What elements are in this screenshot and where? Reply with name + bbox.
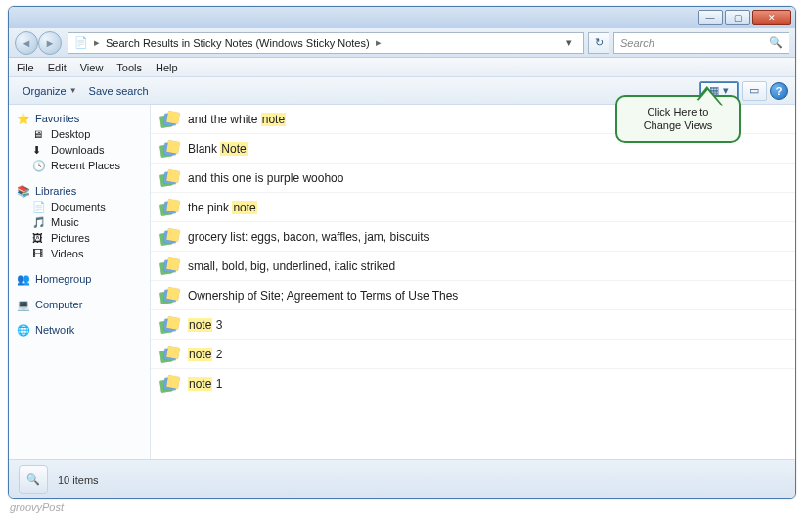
search-input[interactable]: Search 🔍: [613, 32, 789, 54]
search-highlight: Note: [220, 142, 247, 156]
sticky-note-icon: [160, 229, 178, 245]
videos-icon: 🎞: [32, 248, 46, 259]
menu-edit[interactable]: Edit: [48, 62, 67, 73]
breadcrumb[interactable]: Search Results in Sticky Notes (Windows …: [106, 37, 370, 49]
search-icon: 🔍: [769, 36, 783, 49]
organize-button[interactable]: Organize▼: [17, 82, 83, 100]
close-button[interactable]: ✕: [752, 10, 791, 25]
search-highlight: note: [232, 201, 256, 214]
chevron-down-icon: ▼: [69, 86, 77, 95]
network-label: Network: [35, 324, 74, 336]
organize-label: Organize: [23, 85, 67, 97]
menu-file[interactable]: File: [17, 62, 34, 73]
list-item[interactable]: grocery list: eggs, bacon, waffles, jam,…: [151, 222, 795, 252]
search-highlight: note: [188, 318, 212, 332]
sidebar-item-downloads[interactable]: ⬇Downloads: [13, 142, 146, 158]
recent-icon: 🕓: [32, 160, 46, 171]
list-item[interactable]: note 2: [151, 340, 795, 369]
search-scope-icon: 📄: [74, 36, 88, 49]
item-count: 10 items: [58, 474, 99, 486]
result-title: Ownership of Site; Agreement to Terms of…: [188, 289, 458, 303]
status-bar: 🔍 10 items: [9, 459, 795, 498]
result-title: note 3: [188, 318, 222, 332]
result-title: Blank Note: [188, 142, 248, 156]
search-highlight: note: [261, 113, 286, 126]
sidebar-item-desktop[interactable]: 🖥Desktop: [13, 126, 146, 142]
menu-view[interactable]: View: [80, 62, 104, 73]
star-icon: ⭐: [17, 113, 30, 124]
minimize-button[interactable]: —: [698, 10, 723, 25]
sidebar-item-label: Downloads: [51, 144, 104, 156]
sidebar-item-label: Documents: [51, 201, 106, 212]
sidebar-item-label: Videos: [51, 248, 83, 259]
list-item[interactable]: note 3: [151, 310, 795, 340]
result-title: note 2: [188, 348, 222, 361]
maximize-button[interactable]: ▢: [725, 10, 750, 25]
results-list: and the white noteBlank Noteand this one…: [151, 105, 795, 459]
list-item[interactable]: note 1: [151, 369, 795, 398]
search-results-icon: 🔍: [19, 465, 48, 494]
breadcrumb-separator: ▸: [94, 36, 100, 49]
sidebar-item-documents[interactable]: 📄Documents: [13, 199, 146, 214]
sidebar-homegroup[interactable]: 👥Homegroup: [13, 271, 146, 287]
navigation-pane: ⭐Favorites 🖥Desktop ⬇Downloads 🕓Recent P…: [9, 105, 151, 459]
libraries-label: Libraries: [35, 185, 76, 197]
sidebar-item-label: Recent Places: [51, 160, 120, 171]
list-item[interactable]: small, bold, big, underlined, italic str…: [151, 252, 795, 281]
desktop-icon: 🖥: [32, 128, 46, 140]
back-button[interactable]: ◄: [15, 31, 38, 55]
list-item[interactable]: Ownership of Site; Agreement to Terms of…: [151, 281, 795, 310]
result-title: small, bold, big, underlined, italic str…: [188, 259, 395, 273]
sidebar-item-music[interactable]: 🎵Music: [13, 214, 146, 230]
sidebar-network[interactable]: 🌐Network: [13, 322, 146, 338]
search-highlight: note: [188, 377, 212, 391]
list-item[interactable]: the pink note: [151, 193, 795, 222]
menu-bar: File Edit View Tools Help: [9, 58, 795, 77]
result-title: note 1: [188, 377, 222, 391]
nav-buttons: ◄ ►: [15, 31, 64, 55]
help-button[interactable]: ?: [770, 82, 788, 100]
result-title: the pink note: [188, 201, 257, 214]
sticky-note-icon: [160, 317, 178, 333]
homegroup-label: Homegroup: [35, 273, 91, 285]
sticky-note-icon: [160, 170, 178, 186]
sidebar-item-videos[interactable]: 🎞Videos: [13, 246, 146, 261]
address-bar[interactable]: 📄 ▸ Search Results in Sticky Notes (Wind…: [68, 32, 584, 54]
sidebar-favorites[interactable]: ⭐Favorites: [13, 111, 146, 126]
sidebar-computer[interactable]: 💻Computer: [13, 297, 146, 312]
downloads-icon: ⬇: [32, 144, 46, 156]
sticky-note-icon: [160, 347, 178, 362]
sticky-note-icon: [160, 112, 178, 127]
search-placeholder: Search: [620, 37, 654, 49]
sticky-note-icon: [160, 288, 178, 304]
menu-tools[interactable]: Tools: [116, 62, 142, 73]
computer-icon: 💻: [17, 299, 30, 310]
network-icon: 🌐: [17, 324, 30, 336]
sidebar-item-label: Desktop: [51, 128, 90, 140]
list-item[interactable]: and this one is purple woohoo: [151, 164, 795, 193]
libraries-icon: 📚: [17, 185, 30, 197]
result-title: grocery list: eggs, bacon, waffles, jam,…: [188, 230, 429, 244]
sticky-note-icon: [160, 258, 178, 274]
forward-button[interactable]: ►: [38, 31, 62, 55]
homegroup-icon: 👥: [17, 273, 30, 285]
preview-pane-button[interactable]: ▭: [742, 81, 767, 101]
search-highlight: note: [188, 348, 212, 361]
favorites-label: Favorites: [35, 113, 79, 124]
address-bar-row: ◄ ► 📄 ▸ Search Results in Sticky Notes (…: [9, 28, 795, 58]
refresh-button[interactable]: ↻: [588, 32, 609, 54]
sticky-note-icon: [160, 141, 178, 157]
music-icon: 🎵: [32, 216, 46, 228]
sidebar-item-label: Pictures: [51, 232, 90, 244]
annotation-callout: Click Here to Change Views: [615, 95, 741, 143]
sidebar-item-pictures[interactable]: 🖼Pictures: [13, 230, 146, 246]
sidebar-libraries[interactable]: 📚Libraries: [13, 183, 146, 199]
callout-line: Click Here to: [627, 105, 729, 118]
body-area: ⭐Favorites 🖥Desktop ⬇Downloads 🕓Recent P…: [9, 105, 795, 459]
address-dropdown[interactable]: ▾: [562, 36, 577, 49]
sidebar-item-recent[interactable]: 🕓Recent Places: [13, 158, 146, 173]
menu-help[interactable]: Help: [156, 62, 178, 73]
callout-line: Change Views: [627, 118, 729, 132]
computer-label: Computer: [35, 299, 82, 310]
save-search-button[interactable]: Save search: [83, 82, 155, 100]
